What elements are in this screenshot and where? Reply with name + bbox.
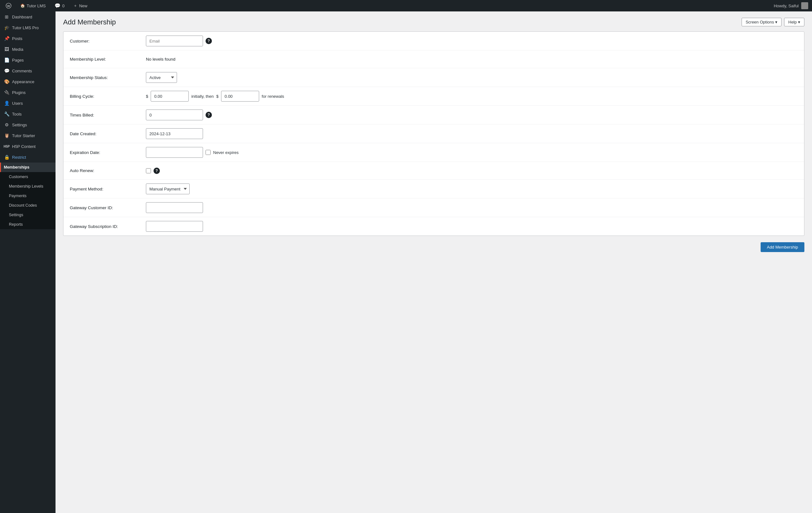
media-icon: 🖼: [4, 46, 9, 52]
date-created-label: Date Created:: [70, 131, 146, 136]
auto-renew-field: ?: [146, 168, 798, 174]
date-created-input[interactable]: [146, 128, 203, 139]
never-expires-label: Never expires: [213, 150, 238, 155]
gateway-subscription-id-row: Gateway Subscription ID:: [63, 217, 804, 236]
sidebar-item-tools-label: Tools: [12, 112, 22, 116]
customer-help-icon[interactable]: ?: [206, 38, 212, 44]
sidebar-item-tutor-lms-pro-label: Tutor LMS Pro: [12, 25, 39, 30]
billing-renewal-input[interactable]: [221, 91, 259, 102]
content-header: Add Membership Screen Options ▾ Help ▾: [63, 18, 804, 26]
billing-initially-text: initially, then: [191, 94, 214, 99]
add-membership-button[interactable]: Add Membership: [761, 242, 804, 252]
dollar-sign-renewal: $: [216, 94, 219, 99]
help-button[interactable]: Help ▾: [784, 18, 804, 26]
gateway-customer-id-input[interactable]: [146, 202, 203, 213]
gateway-subscription-id-label: Gateway Subscription ID:: [70, 224, 146, 229]
expiration-date-label: Expiration Date:: [70, 150, 146, 155]
screen-options-button[interactable]: Screen Options ▾: [742, 18, 782, 26]
customer-field: ?: [146, 35, 798, 46]
sidebar-item-sub-settings[interactable]: Settings: [0, 210, 56, 220]
customer-email-input[interactable]: [146, 35, 203, 46]
sidebar-item-users[interactable]: 👤 Users: [0, 98, 56, 109]
membership-level-row: Membership Level: No levels found: [63, 51, 804, 68]
sidebar-item-media-label: Media: [12, 47, 23, 52]
sidebar-item-membership-levels[interactable]: Membership Levels: [0, 182, 56, 191]
payment-method-select[interactable]: Manual Payment Credit Card PayPal: [146, 184, 190, 194]
svg-text:W: W: [7, 4, 10, 8]
site-name-item[interactable]: 🏠 Tutor LMS: [19, 3, 48, 8]
auto-renew-help-icon[interactable]: ?: [153, 168, 160, 174]
sidebar-item-reports-label: Reports: [9, 222, 23, 227]
billing-cycle-label: Billing Cycle:: [70, 94, 146, 99]
screen-options-chevron-icon: ▾: [775, 20, 777, 24]
payment-method-field: Manual Payment Credit Card PayPal: [146, 184, 798, 194]
wp-logo-item[interactable]: W: [4, 3, 13, 8]
sidebar-item-discount-codes[interactable]: Discount Codes: [0, 200, 56, 210]
dashboard-icon: ⊞: [4, 14, 9, 20]
sidebar-item-restrict-label: Restrict: [12, 155, 26, 160]
sidebar-item-customers[interactable]: Customers: [0, 172, 56, 182]
billing-for-renewals-text: for renewals: [262, 94, 284, 99]
sidebar-item-comments[interactable]: 💬 Comments: [0, 65, 56, 76]
membership-status-field: Active Expired Cancelled Pending: [146, 72, 798, 83]
auto-renew-checkbox[interactable]: [146, 168, 151, 173]
gateway-subscription-id-field: [146, 221, 798, 232]
sidebar-item-memberships[interactable]: Memberships: [0, 163, 56, 172]
membership-status-row: Membership Status: Active Expired Cancel…: [63, 68, 804, 87]
customer-row: Customer: ?: [63, 32, 804, 51]
sidebar-item-plugins[interactable]: 🔌 Plugins: [0, 87, 56, 98]
form-submit-area: Add Membership: [63, 242, 804, 255]
sidebar-item-restrict[interactable]: 🔒 Restrict: [0, 152, 56, 163]
appearance-icon: 🎨: [4, 79, 9, 84]
settings-icon: ⚙: [4, 122, 9, 128]
sidebar-item-tools[interactable]: 🔧 Tools: [0, 109, 56, 119]
auto-renew-row: Auto Renew: ?: [63, 162, 804, 180]
sidebar-item-posts[interactable]: 📌 Posts: [0, 33, 56, 44]
help-chevron-icon: ▾: [798, 20, 800, 24]
never-expires-checkbox[interactable]: [206, 150, 211, 155]
sidebar-item-media[interactable]: 🖼 Media: [0, 44, 56, 55]
comments-item[interactable]: 💬 0: [53, 3, 66, 8]
greeting-label: Howdy, Saiful: [774, 3, 799, 8]
times-billed-label: Times Billed:: [70, 113, 146, 117]
sidebar-item-pages[interactable]: 📄 Pages: [0, 55, 56, 65]
users-icon: 👤: [4, 100, 9, 106]
new-item[interactable]: ＋ New: [71, 3, 89, 8]
sidebar-item-discount-codes-label: Discount Codes: [9, 203, 37, 208]
add-membership-label: Add Membership: [767, 245, 798, 249]
pages-icon: 📄: [4, 57, 9, 63]
times-billed-help-icon[interactable]: ?: [206, 112, 212, 118]
membership-status-select[interactable]: Active Expired Cancelled Pending: [146, 72, 177, 83]
sidebar-item-tutor-starter-label: Tutor Starter: [12, 133, 35, 138]
sidebar-item-payments[interactable]: Payments: [0, 191, 56, 200]
sidebar-item-sub-settings-label: Settings: [9, 213, 23, 217]
sidebar-item-h5p-label: H5P Content: [12, 144, 35, 149]
sidebar-item-reports[interactable]: Reports: [0, 220, 56, 229]
sidebar-item-tutor-starter[interactable]: 🦉 Tutor Starter: [0, 130, 56, 141]
sidebar-item-settings[interactable]: ⚙ Settings: [0, 119, 56, 130]
admin-bar-user[interactable]: Howdy, Saiful: [774, 2, 808, 9]
restrict-icon: 🔒: [4, 154, 9, 160]
no-levels-text: No levels found: [146, 57, 175, 61]
sidebar-item-dashboard[interactable]: ⊞ Dashboard: [0, 11, 56, 22]
customer-label: Customer:: [70, 39, 146, 44]
sidebar-item-memberships-label: Memberships: [4, 165, 29, 169]
admin-bar: W 🏠 Tutor LMS 💬 0 ＋ New Howdy, Saiful: [0, 0, 812, 11]
gateway-customer-id-row: Gateway Customer ID:: [63, 198, 804, 217]
payment-method-row: Payment Method: Manual Payment Credit Ca…: [63, 180, 804, 198]
sidebar-item-h5p[interactable]: H5P H5P Content: [0, 141, 56, 152]
sidebar-item-comments-label: Comments: [12, 69, 32, 73]
header-buttons: Screen Options ▾ Help ▾: [742, 18, 804, 26]
expiration-date-input[interactable]: [146, 147, 203, 158]
gateway-subscription-id-input[interactable]: [146, 221, 203, 232]
posts-icon: 📌: [4, 35, 9, 41]
sidebar-item-appearance[interactable]: 🎨 Appearance: [0, 76, 56, 87]
membership-level-field: No levels found: [146, 57, 798, 61]
sidebar-item-tutor-lms-pro[interactable]: 🎓 Tutor LMS Pro: [0, 22, 56, 33]
auto-renew-label: Auto Renew:: [70, 168, 146, 173]
billing-initial-input[interactable]: [151, 91, 189, 102]
sidebar-item-settings-label: Settings: [12, 123, 27, 127]
sidebar-item-membership-levels-label: Membership Levels: [9, 184, 43, 189]
comments-icon: 💬: [4, 68, 9, 74]
times-billed-input[interactable]: [146, 110, 203, 120]
